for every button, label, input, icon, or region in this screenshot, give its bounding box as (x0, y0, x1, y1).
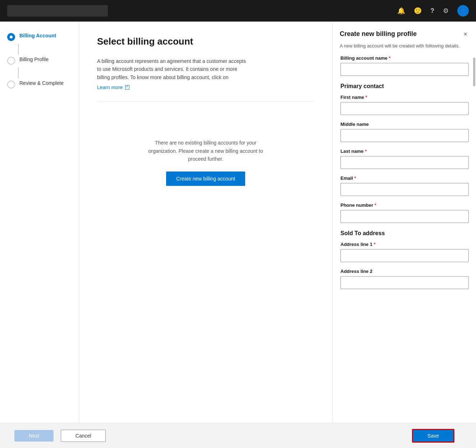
topbar-logo-area (7, 5, 108, 17)
sidebar-item-review-complete[interactable]: Review & Complete (7, 80, 72, 88)
no-accounts-text: There are no existing billing accounts f… (141, 139, 270, 163)
emoji-icon[interactable]: 🙂 (414, 7, 422, 15)
middle-name-label: Middle name (340, 122, 469, 127)
address-line1-input[interactable] (340, 249, 469, 262)
primary-contact-heading: Primary contact (340, 83, 469, 90)
first-name-input[interactable] (340, 102, 469, 115)
panel-subtitle: A new billing account will be created wi… (333, 42, 476, 55)
scrollbar-indicator (473, 58, 475, 86)
panel-title: Create new billing profile (340, 30, 417, 38)
sidebar: Billing Account Billing Profile Review &… (0, 22, 79, 423)
phone-number-input[interactable] (340, 210, 469, 223)
billing-account-name-label: Billing account name * (340, 55, 469, 61)
sidebar-label-billing-profile: Billing Profile (19, 56, 49, 63)
middle-name-group: Middle name (340, 122, 469, 142)
page-title: Select billing account (97, 36, 314, 47)
content-divider (97, 101, 314, 101)
bell-icon[interactable]: 🔔 (397, 7, 405, 15)
email-input[interactable] (340, 183, 469, 196)
sold-to-address-heading: Sold To address (340, 230, 469, 237)
billing-account-name-input[interactable] (340, 63, 469, 76)
email-label: Email * (340, 175, 469, 181)
billing-account-name-group: Billing account name * (340, 55, 469, 76)
external-link-icon (125, 85, 129, 90)
step-circle-billing-profile (7, 57, 15, 65)
step-line-2 (18, 68, 19, 78)
content-area: Select billing account A billing account… (79, 22, 332, 423)
panel: Create new billing profile × A new billi… (332, 22, 476, 423)
middle-name-input[interactable] (340, 129, 469, 142)
settings-icon[interactable]: ⚙ (443, 7, 449, 15)
sidebar-item-billing-profile[interactable]: Billing Profile (7, 56, 72, 65)
sidebar-item-billing-account[interactable]: Billing Account (7, 32, 72, 41)
cancel-button[interactable]: Cancel (61, 430, 106, 442)
last-name-input[interactable] (340, 156, 469, 169)
panel-header: Create new billing profile × (333, 22, 476, 42)
save-button[interactable]: Save (412, 429, 454, 443)
first-name-label: First name * (340, 95, 469, 100)
address-line1-label: Address line 1 * (340, 242, 469, 247)
step-circle-review-complete (7, 81, 15, 88)
first-name-group: First name * (340, 95, 469, 115)
avatar[interactable]: 👤 (457, 5, 469, 17)
help-icon[interactable]: ? (430, 7, 434, 15)
email-group: Email * (340, 175, 469, 196)
main-container: Billing Account Billing Profile Review &… (0, 22, 476, 423)
topbar-icon-group: 🔔 🙂 ? ⚙ 👤 (397, 5, 469, 17)
step-line-1 (18, 44, 19, 55)
address-line1-group: Address line 1 * (340, 242, 469, 262)
last-name-label: Last name * (340, 148, 469, 154)
address-line2-label: Address line 2 (340, 269, 469, 274)
address-line2-input[interactable] (340, 276, 469, 289)
sidebar-label-review-complete: Review & Complete (19, 80, 64, 87)
close-button[interactable]: × (462, 30, 469, 38)
phone-number-group: Phone number * (340, 202, 469, 223)
next-button[interactable]: Next (14, 430, 54, 442)
last-name-group: Last name * (340, 148, 469, 169)
sidebar-label-billing-account: Billing Account (19, 32, 56, 40)
address-line2-group: Address line 2 (340, 269, 469, 289)
topbar: 🔔 🙂 ? ⚙ 👤 (0, 0, 476, 22)
panel-body: Billing account name * Primary contact F… (333, 55, 476, 423)
footer: Next Cancel Save (0, 423, 476, 448)
create-new-billing-account-button[interactable]: Create new billing account (166, 172, 245, 186)
content-description: A billing account represents an agreemen… (97, 57, 248, 81)
phone-number-label: Phone number * (340, 202, 469, 208)
learn-more-link[interactable]: Learn more (97, 84, 129, 90)
step-circle-billing-account (7, 33, 15, 41)
no-accounts-section: There are no existing billing accounts f… (97, 110, 314, 200)
